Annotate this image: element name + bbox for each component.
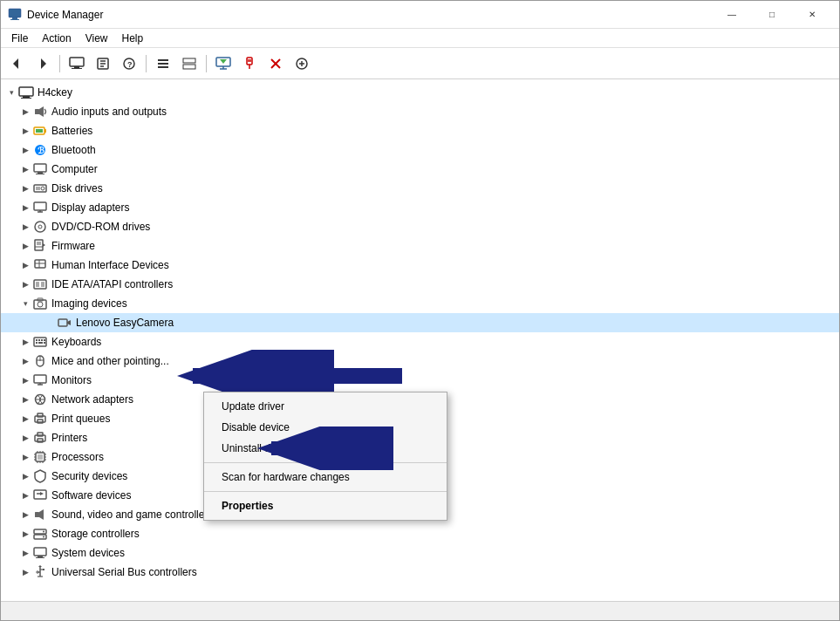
tree-item-system[interactable]: ▶ System devices [1,543,839,563]
disk-expander[interactable]: ▶ [18,181,32,195]
hid-label: Human Interface Devices [51,259,169,271]
monitors-expander[interactable]: ▶ [18,373,32,387]
tree-item-usb[interactable]: ▶ Universal Serial Bus controllers [1,563,839,582]
svg-rect-64 [41,282,44,287]
tree-item-computer[interactable]: ▶ Computer [1,160,839,179]
audio-label: Audio inputs and outputs [51,106,167,118]
keyboards-icon [32,334,48,350]
ide-expander[interactable]: ▶ [18,277,32,291]
tree-item-monitors[interactable]: ▶ Monitors [1,371,839,390]
tree-item-camera[interactable]: ▶ Lenovo EasyCamera [1,313,839,332]
imaging-expander[interactable]: ▾ [18,297,32,310]
context-properties[interactable]: Properties [204,495,447,516]
svg-rect-116 [38,556,43,557]
svg-rect-17 [183,58,195,63]
keyboards-label: Keyboards [51,336,101,348]
view-list-button[interactable] [151,51,175,76]
firmware-icon [32,238,48,254]
mice-expander[interactable]: ▶ [18,354,32,368]
menu-file[interactable]: File [4,31,35,46]
monitor-button[interactable] [211,51,236,76]
keyboards-expander[interactable]: ▶ [18,335,32,349]
tree-root[interactable]: ▾ H4ckey [1,83,839,102]
svg-rect-68 [58,319,67,326]
svg-marker-4 [41,58,46,69]
close-button[interactable]: ✕ [792,1,832,29]
processors-expander[interactable]: ▶ [18,450,32,464]
context-sep-1 [204,462,447,463]
root-expander[interactable]: ▾ [4,85,18,99]
tree-item-imaging[interactable]: ▾ Imaging devices [1,294,839,313]
context-uninstall-device[interactable]: Uninstall device [204,438,447,459]
svg-rect-90 [38,433,43,436]
tree-item-firmware[interactable]: ▶ Firmware [1,236,839,256]
menu-view[interactable]: View [79,31,115,46]
firmware-expander[interactable]: ▶ [18,239,32,253]
tree-item-dvd[interactable]: ▶ DVD/CD-ROM drives [1,217,839,236]
app-icon [8,8,22,22]
svg-rect-7 [72,68,82,69]
toolbar-sep-2 [146,55,147,72]
forward-button[interactable] [31,51,55,76]
print-queues-icon [32,411,48,427]
context-update-driver[interactable]: Update driver [204,396,447,417]
processors-label: Processors [51,451,104,463]
svg-rect-115 [34,548,46,556]
svg-rect-32 [19,87,33,96]
tree-item-audio[interactable]: ▶ Audio inputs and outputs [1,102,839,121]
storage-expander[interactable]: ▶ [18,527,32,541]
tree-item-storage[interactable]: ▶ Storage controllers [1,524,839,543]
tree-item-disk[interactable]: ▶ Disk drives [1,179,839,198]
security-expander[interactable]: ▶ [18,469,32,483]
back-button[interactable] [4,51,29,76]
plug-button[interactable] [237,51,262,76]
hid-expander[interactable]: ▶ [18,258,32,272]
display-expander[interactable]: ▶ [18,201,32,215]
context-disable-device[interactable]: Disable device [204,417,447,438]
svg-rect-54 [35,240,43,250]
menu-help[interactable]: Help [115,31,151,46]
system-expander[interactable]: ▶ [18,546,32,560]
tree-view[interactable]: ▾ H4ckey ▶ [1,79,839,601]
maximize-button[interactable]: □ [752,1,792,29]
tree-item-mice[interactable]: ▶ Mice and other pointing... [1,351,839,371]
computer-button[interactable] [65,51,89,76]
tree-item-ide[interactable]: ▶ IDE ATA/ATAPI controllers [1,275,839,294]
tree-item-hid[interactable]: ▶ Human Interface Devices [1,256,839,275]
software-icon [32,488,48,503]
batteries-expander[interactable]: ▶ [18,124,32,138]
svg-rect-49 [34,202,46,210]
audio-expander[interactable]: ▶ [18,105,32,119]
svg-rect-75 [36,342,38,344]
update-button[interactable] [290,51,314,76]
dvd-expander[interactable]: ▶ [18,220,32,234]
view-detail-button[interactable] [177,51,201,76]
properties-button[interactable] [91,51,115,76]
batteries-icon [32,123,48,139]
network-expander[interactable]: ▶ [18,392,32,406]
usb-label: Universal Serial Bus controllers [51,566,197,578]
minimize-button[interactable]: — [712,1,752,29]
window-title: Device Manager [27,9,712,21]
svg-rect-18 [183,65,195,69]
bluetooth-expander[interactable]: ▶ [18,143,32,157]
tree-item-bluetooth[interactable]: ▶ ℬ Bluetooth [1,140,839,160]
menu-action[interactable]: Action [35,31,78,46]
svg-rect-44 [36,174,44,174]
software-expander[interactable]: ▶ [18,488,32,502]
tree-item-display[interactable]: ▶ Display adapters [1,198,839,217]
print-queues-expander[interactable]: ▶ [18,412,32,426]
svg-rect-72 [38,339,40,341]
sound-expander[interactable]: ▶ [18,508,32,522]
delete-button[interactable] [263,51,288,76]
help-button[interactable]: ? [117,51,141,76]
usb-expander[interactable]: ▶ [18,565,32,579]
svg-rect-33 [23,96,30,98]
computer-expander[interactable]: ▶ [18,162,32,176]
menu-bar: File Action View Help [1,29,839,48]
svg-rect-5 [70,58,84,66]
tree-item-keyboards[interactable]: ▶ Keyboards [1,332,839,351]
tree-item-batteries[interactable]: ▶ Batteries [1,121,839,140]
printers-expander[interactable]: ▶ [18,431,32,445]
context-scan-hardware[interactable]: Scan for hardware changes [204,467,447,488]
